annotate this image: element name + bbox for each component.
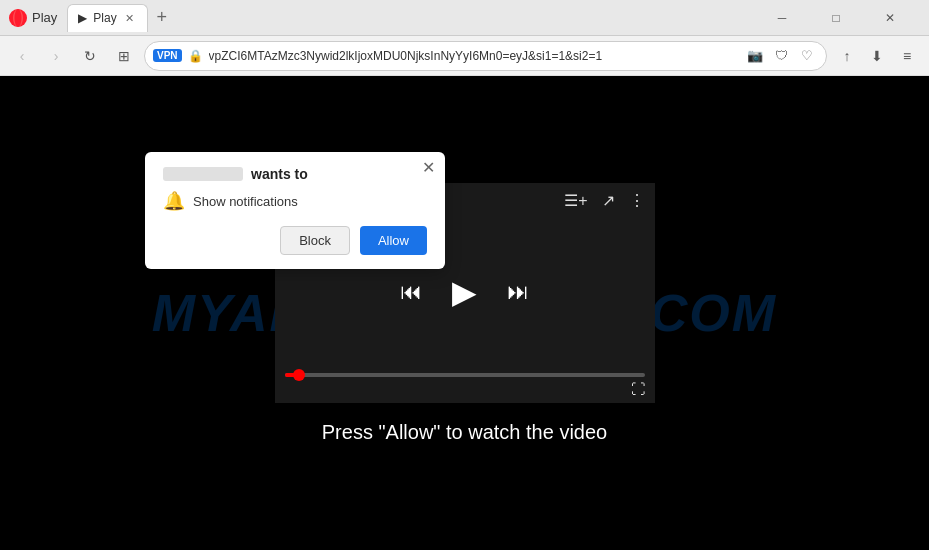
tab-title: Play bbox=[93, 11, 116, 25]
address-bar-icons: 📷 🛡 ♡ bbox=[744, 45, 818, 67]
refresh-button[interactable]: ↻ bbox=[76, 42, 104, 70]
share-button[interactable]: ↑ bbox=[833, 42, 861, 70]
maximize-button[interactable]: □ bbox=[813, 4, 859, 32]
window-controls: ─ □ ✕ bbox=[759, 4, 913, 32]
back-button[interactable]: ‹ bbox=[8, 42, 36, 70]
back-icon: ‹ bbox=[20, 48, 25, 64]
fullscreen-button[interactable]: ⛶ bbox=[631, 381, 645, 397]
vpn-badge: VPN bbox=[153, 49, 182, 62]
download-button[interactable]: ⬇ bbox=[863, 42, 891, 70]
active-tab[interactable]: ▶ Play ✕ bbox=[67, 4, 147, 32]
nav-bar: ‹ › ↻ ⊞ VPN 🔒 vpZCI6MTAzMzc3Nywid2lkIjox… bbox=[0, 36, 929, 76]
grid-icon: ⊞ bbox=[118, 48, 130, 64]
permission-text: Show notifications bbox=[193, 194, 298, 209]
menu-icon: ≡ bbox=[903, 48, 911, 64]
tab-bar: ▶ Play ✕ + bbox=[67, 4, 755, 32]
popup-domain bbox=[163, 167, 243, 181]
close-button[interactable]: ✕ bbox=[867, 4, 913, 32]
page-content: MYANTISPYWARE.COM ☰+ ↗ ⋮ ⏮ ▶ ⏭ ⛶ bbox=[0, 76, 929, 550]
notification-icon: 🔔 bbox=[163, 190, 185, 212]
block-button[interactable]: Block bbox=[280, 226, 350, 255]
video-more-icon[interactable]: ⋮ bbox=[629, 191, 645, 210]
new-tab-button[interactable]: + bbox=[150, 6, 174, 30]
title-bar: Play ▶ Play ✕ + ─ □ ✕ bbox=[0, 0, 929, 36]
forward-button[interactable]: › bbox=[42, 42, 70, 70]
tabs-button[interactable]: ⊞ bbox=[110, 42, 138, 70]
refresh-icon: ↻ bbox=[84, 48, 96, 64]
tab-favicon: ▶ bbox=[78, 11, 87, 25]
queue-icon[interactable]: ☰+ bbox=[564, 191, 587, 210]
url-text: vpZCI6MTAzMzc3Nywid2lkIjoxMDU0NjksInNyYy… bbox=[209, 49, 738, 63]
shield-icon[interactable]: 🛡 bbox=[770, 45, 792, 67]
nav-right-icons: ↑ ⬇ ≡ bbox=[833, 42, 921, 70]
popup-permission-row: 🔔 Show notifications bbox=[163, 190, 427, 212]
video-bottom: ⛶ bbox=[275, 367, 655, 403]
menu-button[interactable]: ≡ bbox=[893, 42, 921, 70]
svg-point-2 bbox=[15, 9, 22, 27]
camera-icon[interactable]: 📷 bbox=[744, 45, 766, 67]
address-bar[interactable]: VPN 🔒 vpZCI6MTAzMzc3Nywid2lkIjoxMDU0Njks… bbox=[144, 41, 827, 71]
popup-wants-text: wants to bbox=[251, 166, 308, 182]
video-bottom-icons: ⛶ bbox=[285, 381, 645, 397]
progress-dot bbox=[293, 369, 305, 381]
tab-close-button[interactable]: ✕ bbox=[123, 11, 137, 25]
popup-header: wants to bbox=[163, 166, 427, 182]
heart-icon[interactable]: ♡ bbox=[796, 45, 818, 67]
browser-frame: Play ▶ Play ✕ + ─ □ ✕ ‹ bbox=[0, 0, 929, 550]
progress-bar[interactable] bbox=[285, 373, 645, 377]
minimize-button[interactable]: ─ bbox=[759, 4, 805, 32]
forward-icon: › bbox=[54, 48, 59, 64]
popup-buttons: Block Allow bbox=[163, 226, 427, 255]
notification-popup: ✕ wants to 🔔 Show notifications Block Al… bbox=[145, 152, 445, 269]
video-share-icon[interactable]: ↗ bbox=[602, 191, 615, 210]
lock-icon: 🔒 bbox=[188, 49, 203, 63]
next-button[interactable]: ⏭ bbox=[507, 279, 529, 305]
popup-close-button[interactable]: ✕ bbox=[422, 160, 435, 176]
play-button[interactable]: ▶ bbox=[452, 273, 477, 311]
opera-logo[interactable] bbox=[8, 8, 28, 28]
prev-button[interactable]: ⏮ bbox=[400, 279, 422, 305]
share-icon: ↑ bbox=[844, 48, 851, 64]
menu-label: Play bbox=[32, 10, 57, 25]
allow-button[interactable]: Allow bbox=[360, 226, 427, 255]
download-icon: ⬇ bbox=[871, 48, 883, 64]
video-caption: Press "Allow" to watch the video bbox=[322, 421, 607, 444]
